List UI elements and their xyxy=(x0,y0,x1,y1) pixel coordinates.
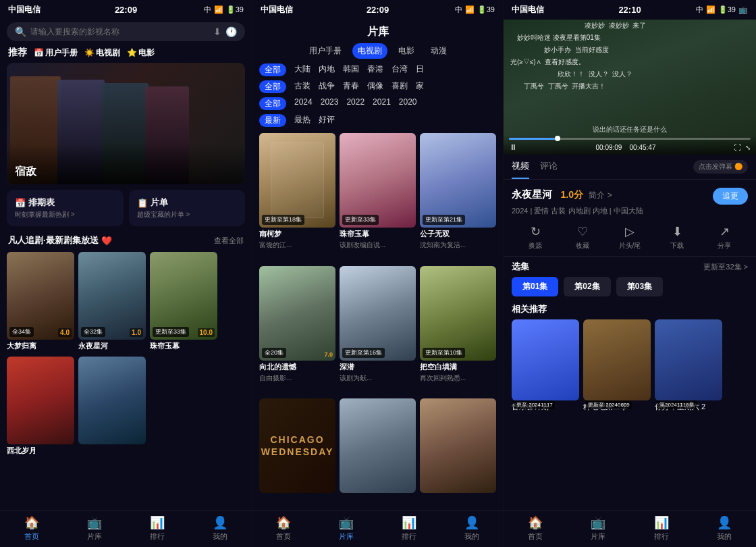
show-card-dameng[interactable]: 全34集 4.0 大梦归离 xyxy=(7,252,74,351)
episode-more[interactable]: 更新至32集 > xyxy=(703,262,748,272)
cat-tab-movie[interactable]: ⭐ 电影 xyxy=(127,47,155,59)
cat-tvshow-label: 电视剧 xyxy=(96,47,120,59)
search-bar[interactable]: 🔍 ⬇ 🕐 xyxy=(7,22,245,41)
player-nav-home[interactable]: 🏠 首页 xyxy=(504,515,567,542)
danmaku-btn[interactable]: 点击发弹幕 🟠 xyxy=(693,160,748,174)
lib-cat-usermanual[interactable]: 用户手册 xyxy=(304,43,347,59)
action-download[interactable]: ⬇ 下载 xyxy=(653,224,701,251)
filter-genre-zhanzheng[interactable]: 战争 xyxy=(319,80,335,93)
filter-sort-latest[interactable]: 最新 xyxy=(259,114,286,127)
filter-sort-rated[interactable]: 好评 xyxy=(319,114,335,127)
search-icon: 🔍 xyxy=(15,26,26,37)
show-card-zhulian[interactable]: 更新至33集 10.0 珠帘玉幕 xyxy=(150,252,217,351)
hero-banner[interactable]: 宿敌 xyxy=(7,63,245,184)
lib-card-xiangbei[interactable]: 全20集 7.0 向北的遗憾 自由摄影... xyxy=(259,266,335,395)
lib-nav-ranking[interactable]: 📊 排行 xyxy=(378,515,441,542)
filter-region-korea[interactable]: 韩国 xyxy=(343,63,359,76)
recommend-label: 推荐 xyxy=(8,47,27,59)
lib-cat-anime[interactable]: 动漫 xyxy=(425,43,452,59)
filter-year-2021[interactable]: 2021 xyxy=(373,97,391,110)
lib-nav-library[interactable]: 📺 片库 xyxy=(315,515,378,542)
rel-card-music[interactable]: 更至 20241117 音乐缘计划 xyxy=(512,319,579,412)
filter-year-2024[interactable]: 2024 xyxy=(294,97,313,110)
lib-card-zhulian2[interactable]: 更新至33集 珠帘玉幕 该剧改编自说... xyxy=(340,133,416,262)
lib-nav-ranking-label: 排行 xyxy=(402,531,416,542)
filter-genre-xiju[interactable]: 喜剧 xyxy=(392,80,408,93)
schedule-shortcut[interactable]: 📅 排期表 时刻掌握最新热剧 > xyxy=(7,190,124,226)
lib-nav-home[interactable]: 🏠 首页 xyxy=(252,515,315,542)
filter-region-neidi[interactable]: 内地 xyxy=(319,63,335,76)
filter-year-2023[interactable]: 2023 xyxy=(321,97,339,110)
rel-card-farming[interactable]: 更新至 20240609 种地吧第二季 xyxy=(583,319,651,412)
action-switch-source[interactable]: ↻ 换源 xyxy=(512,224,559,251)
lib-card-extra3[interactable] xyxy=(420,398,496,506)
lib-card-extra2[interactable] xyxy=(340,398,416,506)
filter-genre-all[interactable]: 全部 xyxy=(259,80,286,93)
filter-genre-jia[interactable]: 家 xyxy=(416,80,424,93)
progress-bar[interactable] xyxy=(509,138,751,140)
filter-region-tw[interactable]: 台湾 xyxy=(392,63,408,76)
time-row: ⏸ 00:09:09 00:45:47 ⛶ ⤡ xyxy=(509,142,751,152)
lib-card-shenqian[interactable]: 更新至第16集 深潜 该剧为献... xyxy=(340,266,416,395)
cat-tab-tvshow[interactable]: ☀️ 电视剧 xyxy=(84,47,120,59)
lib-card-gongzi[interactable]: 更新至第21集 公子无双 沈知南为复活... xyxy=(420,133,496,262)
lib-nav-profile-label: 我的 xyxy=(464,531,479,542)
download-label: 下载 xyxy=(670,241,684,251)
episode-grid: 第01集 第02集 第03集 xyxy=(512,277,748,296)
see-all-btn[interactable]: 查看全部 xyxy=(214,236,244,246)
lib-card-nanke[interactable]: 更新至第18集 南柯梦 富饶的江... xyxy=(259,133,335,262)
download-icon[interactable]: ⬇ xyxy=(213,26,221,37)
episode-section: 选集 更新至32集 > 第01集 第02集 第03集 xyxy=(504,257,756,299)
player-nav-library[interactable]: 📺 片库 xyxy=(567,515,630,542)
filter-genre-oupian[interactable]: 偶像 xyxy=(367,80,383,93)
show-card-extra[interactable] xyxy=(78,357,146,456)
follow-btn[interactable]: 追更 xyxy=(713,188,748,205)
filter-region-mainland[interactable]: 大陆 xyxy=(294,63,310,76)
filter-genre-guzhuang[interactable]: 古装 xyxy=(294,80,310,93)
action-skip[interactable]: ▷ 片头/尾 xyxy=(606,224,653,251)
player-nav-ranking[interactable]: 📊 排行 xyxy=(630,515,693,542)
filter-region-all[interactable]: 全部 xyxy=(259,63,286,76)
tab-video[interactable]: 视频 xyxy=(512,155,529,179)
lib-badge-bakong: 更新至第10集 xyxy=(423,348,465,358)
ep-btn-03[interactable]: 第03集 xyxy=(616,277,663,296)
show-brief-btn[interactable]: 简介 > xyxy=(589,190,612,200)
home-nav-profile[interactable]: 👤 我的 xyxy=(189,515,252,542)
lib-card-bakong[interactable]: 更新至第10集 把空白填满 再次回到熟悉... xyxy=(420,266,496,395)
action-collect[interactable]: ♡ 收藏 xyxy=(559,224,606,251)
filter-sort-hot[interactable]: 最热 xyxy=(294,114,310,127)
home-nav-home[interactable]: 🏠 首页 xyxy=(0,515,63,542)
lib-nav-profile[interactable]: 👤 我的 xyxy=(440,515,503,542)
show-card-xibei[interactable]: 西北岁月 xyxy=(7,357,74,456)
home-carrier: 中国电信 xyxy=(8,4,40,16)
player-nav-profile[interactable]: 👤 我的 xyxy=(693,515,757,542)
fullscreen-icon[interactable]: ⛶ xyxy=(734,144,741,151)
home-signal-icons: 中 📶 🔋39 xyxy=(204,5,244,15)
filter-year-2020[interactable]: 2020 xyxy=(399,97,417,110)
pause-icon[interactable]: ⏸ xyxy=(509,142,517,152)
ep-btn-01[interactable]: 第01集 xyxy=(512,277,558,296)
filter-region-jp[interactable]: 日 xyxy=(416,63,424,76)
video-player[interactable]: 凌妙妙 凌妙妙 来了 妙妙叫哈迷 凌夜星看第01集 妙小手办 当前好感度 光(≥… xyxy=(504,20,756,155)
home-nav-ranking[interactable]: 📊 排行 xyxy=(126,515,189,542)
filter-genre-qingchun[interactable]: 青春 xyxy=(343,80,359,93)
following-section-header: 凡人追剧·最新剧集放送 ❤️ 查看全部 xyxy=(0,232,252,249)
cat-tab-usermanual[interactable]: 📅 用户手册 xyxy=(34,47,78,59)
rel-card-saturday[interactable]: 第20241116集 你好，星期六 2 xyxy=(655,319,722,412)
tab-comment[interactable]: 评论 xyxy=(540,155,558,179)
library-grid: 更新至第18集 南柯梦 富饶的江... 更新至33集 珠帘玉幕 该剧改编自说..… xyxy=(252,129,503,511)
ep-btn-02[interactable]: 第02集 xyxy=(564,277,610,296)
lib-card-chicago[interactable]: CHICAGO WEDNESDAY xyxy=(259,398,335,506)
history-icon[interactable]: 🕐 xyxy=(225,26,237,37)
filter-year-all[interactable]: 全部 xyxy=(259,97,286,110)
lib-cat-tvshow[interactable]: 电视剧 xyxy=(352,43,387,59)
lib-cat-movie[interactable]: 电影 xyxy=(393,43,420,59)
filter-region-hk[interactable]: 香港 xyxy=(367,63,383,76)
home-nav-library[interactable]: 📺 片库 xyxy=(63,515,126,542)
search-input[interactable] xyxy=(30,27,209,36)
playlist-shortcut[interactable]: 📋 片单 超级宝藏的片单 > xyxy=(129,190,246,226)
expand-icon[interactable]: ⤡ xyxy=(745,144,751,151)
show-card-yongye[interactable]: 全32集 1.0 永夜星河 xyxy=(78,252,146,351)
action-share[interactable]: ↗ 分享 xyxy=(701,224,748,251)
filter-year-2022[interactable]: 2022 xyxy=(346,97,364,110)
